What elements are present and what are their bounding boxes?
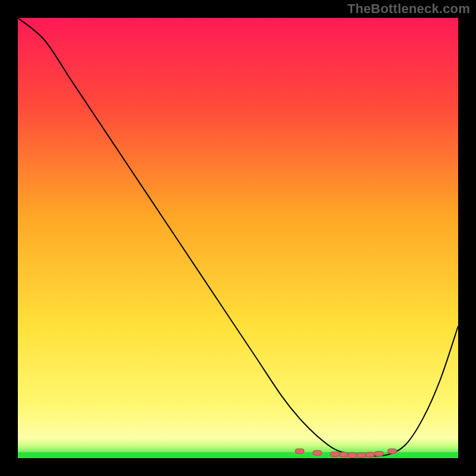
optimal-marker <box>348 453 357 458</box>
optimal-marker <box>313 450 322 455</box>
optimal-marker <box>295 449 304 453</box>
watermark-text: TheBottleneck.com <box>347 1 470 17</box>
optimal-marker <box>339 452 348 457</box>
optimal-marker <box>388 449 397 453</box>
chart-stage: { "watermark": "TheBottleneck.com", "col… <box>0 0 476 476</box>
plot-background <box>18 18 458 458</box>
optimal-marker <box>357 453 366 458</box>
optimal-marker <box>366 452 375 457</box>
bottleneck-curve-chart <box>0 0 476 476</box>
optimal-marker <box>330 452 339 456</box>
optimal-marker <box>374 452 383 456</box>
